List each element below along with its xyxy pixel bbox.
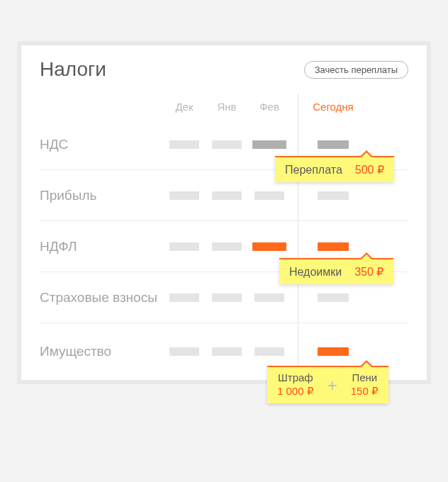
tooltip-overpay: Переплата 500 ₽	[275, 156, 394, 182]
bar-indicator	[212, 347, 242, 356]
bar-indicator	[212, 293, 242, 302]
tooltip-label: Переплата	[285, 164, 342, 176]
bar-indicator	[254, 293, 284, 302]
panel-header: Налоги Зачесть переплаты	[40, 58, 408, 81]
bar-indicator	[254, 191, 284, 200]
tax-label-ndfl: НДФЛ	[40, 239, 163, 254]
bar-indicator	[252, 242, 286, 251]
plus-icon: +	[324, 367, 341, 403]
month-col-jan: Янв	[206, 101, 248, 113]
bar-indicator	[169, 293, 199, 302]
tooltip-fine-penalty: Штраф 1 000 ₽ + Пени 150 ₽	[267, 366, 388, 403]
tooltip-label: Недоимки	[289, 266, 342, 279]
tooltip-value: 150 ₽	[351, 385, 379, 398]
tax-grid: Дек Янв Фев Сегодня НДС Прибыль	[40, 94, 408, 380]
offset-overpayments-button[interactable]: Зачесть переплаты	[304, 61, 408, 79]
tax-label-nds: НДС	[40, 137, 163, 152]
month-col-today: Сегодня	[305, 101, 362, 113]
bar-indicator	[212, 242, 242, 251]
tax-label-property: Имущество	[40, 344, 163, 359]
bar-indicator	[318, 191, 349, 200]
tooltip-value: 500 ₽	[355, 163, 384, 176]
bar-indicator	[254, 347, 284, 356]
tooltip-arrears: Недоимки 350 ₽	[279, 258, 393, 284]
tooltip-fine: Штраф 1 000 ₽	[267, 367, 324, 403]
page-title: Налоги	[40, 58, 106, 81]
bar-indicator	[212, 191, 242, 200]
tooltip-label: Штраф	[277, 371, 314, 383]
bar-indicator	[169, 191, 199, 200]
bar-indicator	[318, 140, 349, 149]
month-col-feb: Фев	[248, 101, 291, 113]
tooltip-label: Пени	[351, 371, 379, 383]
month-header-row: Дек Янв Фев Сегодня	[40, 94, 408, 119]
tax-label-profit: Прибыль	[40, 188, 163, 203]
bar-indicator	[318, 293, 349, 302]
tax-label-insurance: Страховые взносы	[40, 290, 163, 306]
bar-indicator	[169, 140, 199, 149]
bar-indicator	[318, 347, 349, 356]
bar-indicator	[212, 140, 242, 149]
taxes-panel: Налоги Зачесть переплаты Дек Янв Фев Сег…	[17, 41, 431, 384]
month-col-dec: Дек	[163, 101, 206, 113]
bar-indicator	[169, 347, 199, 356]
bar-indicator	[169, 242, 199, 251]
tooltip-value: 1 000 ₽	[277, 385, 314, 398]
tooltip-penalty: Пени 150 ₽	[341, 367, 388, 403]
tooltip-value: 350 ₽	[354, 265, 383, 279]
bar-indicator	[252, 140, 286, 149]
bar-indicator	[318, 242, 349, 251]
